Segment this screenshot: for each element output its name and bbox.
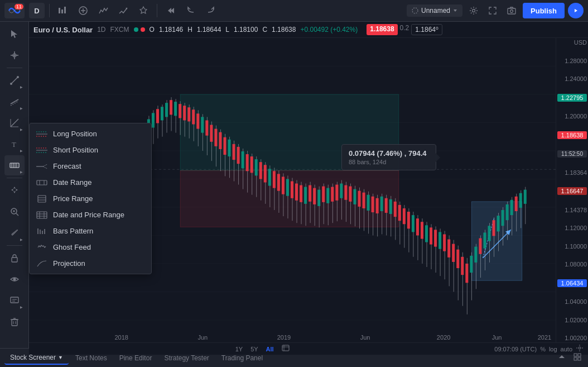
percent-btn[interactable]: % [540,346,546,352]
svg-rect-59 [38,196,46,202]
indicators-button[interactable] [94,3,112,18]
svg-rect-43 [12,320,17,326]
add-indicator-button[interactable] [74,3,92,18]
close-label: C [262,26,267,34]
scale-1.10: 1.10000 [557,243,587,250]
redo-button[interactable] [202,3,220,18]
measure-dropdown-menu: Long Position Short Position Forecast Da… [29,123,152,274]
svg-rect-186 [259,162,262,179]
zoom-button[interactable] [4,202,25,222]
svg-text:Jun: Jun [197,334,208,341]
svg-rect-218 [331,187,334,202]
brush-button[interactable] [4,223,25,243]
left-toolbar: T [0,22,29,348]
publish-button[interactable]: Publish [523,3,565,18]
svg-rect-196 [282,177,285,194]
logo-button[interactable]: 11 [4,3,25,18]
chart-type-button[interactable] [54,3,72,18]
price-badges: 1.18638 0.2 1.1864⁰ [367,24,442,35]
svg-rect-266 [438,232,441,249]
text-notes-tab[interactable]: Text Notes [70,352,113,364]
trash-button[interactable] [4,312,25,332]
date-range-item[interactable]: Date Range [30,174,151,190]
svg-rect-246 [394,202,397,217]
strategy-button[interactable] [114,3,132,18]
svg-rect-188 [264,165,267,182]
move-button[interactable] [4,180,25,201]
date-price-range-item[interactable]: Date and Price Range [30,207,151,223]
bars-pattern-icon [36,227,47,235]
scale-1.04: 1.04000 [557,298,587,305]
change-value: +0.00492 (+0.42%) [300,26,358,34]
collapse-button[interactable] [556,351,568,365]
svg-point-23 [10,83,12,85]
lock-button[interactable] [4,248,25,268]
projection-item[interactable]: Projection [30,255,151,271]
offset-label: 0.2 [400,24,409,35]
close-value: 1.18638 [272,26,296,34]
settings-button[interactable] [466,3,481,18]
alert-button[interactable] [134,3,152,18]
screenshot-button[interactable] [504,3,519,18]
long-position-item[interactable]: Long Position [30,126,151,142]
svg-rect-278 [465,264,468,283]
svg-rect-180 [246,154,249,171]
scale-1.28: 1.28000 [557,58,587,64]
date-format-button[interactable] [279,343,292,355]
svg-rect-232 [363,193,365,208]
dot-green [134,27,138,32]
crosshair-tool-button[interactable] [4,45,25,65]
date-range-icon [36,179,47,187]
forecast-item[interactable]: Forecast [30,158,151,174]
long-position-label: Long Position [53,130,97,138]
scale-time: 11:52:50 [557,150,587,158]
stock-screener-tab[interactable]: Stock Screener ▼ [4,351,69,365]
svg-rect-154 [187,107,190,121]
timeframe-button[interactable]: D [29,3,45,18]
svg-rect-244 [389,199,392,214]
notification-badge: 11 [15,4,23,9]
chart-name-button[interactable]: Unnamed [407,4,462,17]
svg-rect-146 [170,100,172,115]
trading-panel-tab[interactable]: Trading Panel [216,352,268,364]
short-position-item[interactable]: Short Position [30,142,151,158]
text-button[interactable]: T [4,134,25,154]
symbol-name: Euro / U.S. Dollar [33,26,93,34]
svg-rect-250 [403,208,406,224]
svg-rect-138 [152,113,155,127]
expand-button[interactable] [571,351,584,365]
annotation-button[interactable] [4,290,25,311]
svg-rect-252 [407,212,410,228]
high-label: H [187,26,192,34]
svg-rect-174 [233,144,235,160]
svg-rect-190 [268,169,271,185]
price-range-icon [36,195,47,203]
gann-button[interactable] [4,113,25,133]
svg-rect-38 [12,258,17,262]
svg-rect-194 [277,174,280,190]
channel-button[interactable] [4,92,25,112]
price-range-item[interactable]: Price Range [30,190,151,207]
svg-rect-82 [180,94,399,170]
bars-pattern-item[interactable]: Bars Pattern [30,223,151,239]
svg-rect-222 [340,184,343,198]
play-button[interactable] [568,3,584,18]
replay-back-button[interactable] [162,3,180,18]
undo-button[interactable] [182,3,200,18]
svg-text:Jun: Jun [492,334,502,341]
svg-rect-262 [430,227,432,244]
measure-button[interactable] [4,155,25,175]
trend-line-button[interactable] [4,70,25,90]
strategy-tester-tab[interactable]: Strategy Tester [158,352,214,364]
eye-button[interactable] [4,269,25,289]
svg-rect-286 [483,232,486,248]
cursor-tool-button[interactable] [4,24,25,44]
scale-1.00200: 1.00200 [557,335,587,341]
scale-1.06434: 1.06434 [557,279,587,287]
svg-rect-214 [322,187,325,202]
fullscreen-button[interactable] [485,3,500,18]
low-value: 1.18100 [234,26,258,34]
high-value: 1.18644 [197,26,221,34]
ghost-feed-item[interactable]: Ghost Feed [30,239,151,255]
pine-editor-tab[interactable]: Pine Editor [114,352,158,364]
